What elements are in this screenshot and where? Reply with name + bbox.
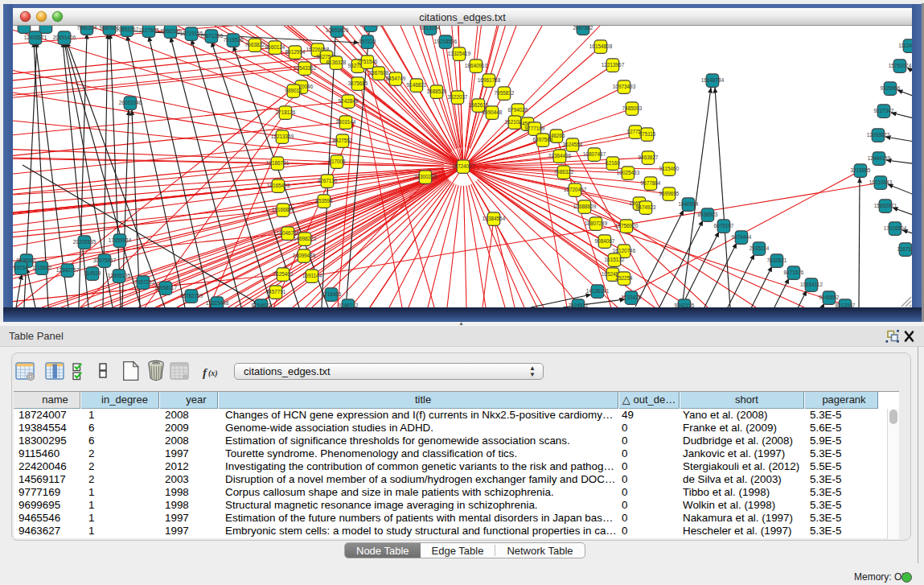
svg-text:19166827: 19166827 [272,207,295,212]
svg-text:16120746: 16120746 [613,248,636,253]
svg-text:2803144: 2803144 [336,119,356,125]
svg-text:114519: 114519 [84,270,101,276]
svg-text:15692971: 15692971 [874,203,897,208]
svg-text:989012: 989012 [285,88,302,93]
svg-text:17957253: 17957253 [132,279,155,285]
svg-text:9245652: 9245652 [819,295,840,300]
svg-text:39154: 39154 [14,265,28,270]
svg-text:12342757: 12342757 [56,267,80,273]
svg-text:9577864: 9577864 [641,180,661,186]
svg-text:1588520: 1588520 [427,89,447,94]
svg-text:9457791: 9457791 [266,289,286,295]
svg-text:19186731: 19186731 [266,160,290,166]
svg-text:16961758: 16961758 [478,77,501,83]
svg-text:116753: 116753 [897,246,912,252]
svg-text:9699695: 9699695 [659,191,680,196]
svg-text:7632621: 7632621 [767,257,787,263]
svg-text:3215955: 3215955 [851,167,871,173]
svg-text:(x): (x) [208,369,218,378]
svg-text:14099489: 14099489 [293,253,316,258]
svg-text:16046736: 16046736 [277,230,300,236]
svg-text:1115682: 1115682 [32,265,51,270]
svg-text:8754622: 8754622 [252,303,272,307]
svg-text:2367608: 2367608 [369,70,389,76]
svg-text:2935114: 2935114 [749,245,770,251]
svg-text:19756920: 19756920 [615,223,639,229]
svg-text:10688609: 10688609 [573,204,597,209]
svg-text:7524512: 7524512 [569,303,589,307]
svg-text:1640954: 1640954 [679,201,699,207]
svg-text:7960204: 7960204 [77,26,97,31]
svg-text:16154808: 16154808 [589,43,613,49]
svg-text:12213967: 12213967 [602,62,625,68]
svg-text:417006: 417006 [328,159,346,164]
svg-text:26053346: 26053346 [119,100,142,105]
svg-text:8471676: 8471676 [784,270,804,275]
svg-text:10853809: 10853809 [326,27,349,33]
svg-text:9474444: 9474444 [732,234,752,240]
svg-text:10973493: 10973493 [613,84,636,89]
svg-text:15751074: 15751074 [889,63,912,68]
svg-text:1562615: 1562615 [469,102,489,108]
svg-text:9242848: 9242848 [339,98,359,104]
svg-text:9777169: 9777169 [525,126,545,131]
svg-text:62160: 62160 [606,160,620,166]
svg-text:19384554: 19384554 [483,216,506,221]
svg-text:8813054: 8813054 [421,26,441,31]
svg-text:3322037: 3322037 [448,94,468,100]
svg-text:975115: 975115 [639,131,656,137]
svg-text:853594: 853594 [315,198,333,204]
svg-text:9329966: 9329966 [881,85,901,91]
svg-text:6497568: 6497568 [533,137,553,142]
svg-text:7986322: 7986322 [554,169,574,175]
svg-text:23300235: 23300235 [414,174,437,179]
svg-text:9227342: 9227342 [874,108,894,113]
svg-text:10671355: 10671355 [200,33,224,39]
svg-text:8660124: 8660124 [265,44,285,50]
svg-text:252254: 252254 [615,275,633,281]
svg-text:3624554: 3624554 [563,142,583,147]
svg-text:9463627: 9463627 [639,154,659,160]
svg-text:13325419: 13325419 [448,51,471,56]
svg-text:8454749: 8454749 [386,76,406,81]
svg-text:10853267: 10853267 [116,27,139,32]
svg-text:18724007: 18724007 [452,163,475,169]
svg-text:12405571: 12405571 [24,35,47,40]
svg-text:3267130: 3267130 [318,178,338,183]
svg-text:16033809: 16033809 [359,26,383,27]
svg-text:8990448: 8990448 [483,109,503,115]
svg-text:1527602: 1527602 [139,27,159,33]
svg-text:10025433: 10025433 [617,170,640,175]
svg-text:8427552: 8427552 [333,138,353,143]
svg-text:16648784: 16648784 [701,77,725,83]
svg-text:10958117: 10958117 [154,285,177,290]
svg-text:10543362: 10543362 [294,65,317,71]
svg-text:7485003: 7485003 [622,105,643,111]
svg-text:18807249: 18807249 [585,220,608,226]
svg-text:f: f [203,366,208,379]
svg-text:9342155: 9342155 [675,303,695,307]
svg-text:11124907: 11124907 [898,43,912,48]
svg-text:7625402: 7625402 [273,271,294,277]
svg-text:857224: 857224 [359,39,376,44]
svg-text:6679197: 6679197 [714,223,734,229]
svg-text:9084067: 9084067 [595,238,615,244]
svg-text:7663822: 7663822 [245,42,265,47]
svg-text:12093822: 12093822 [867,132,890,138]
svg-text:9115460: 9115460 [659,166,680,171]
svg-text:9146821: 9146821 [407,82,427,88]
svg-text:8136328: 8136328 [326,60,347,65]
svg-text:16782759: 16782759 [180,293,203,299]
svg-text:2718126: 2718126 [276,109,296,115]
svg-text:21364436: 21364436 [548,153,572,159]
svg-text:7515526: 7515526 [224,37,244,43]
svg-text:8312007: 8312007 [836,303,856,307]
svg-text:16210643: 16210643 [869,179,893,185]
svg-text:1615132: 1615132 [605,257,625,262]
svg-text:10654112: 10654112 [800,282,823,287]
svg-text:14136141: 14136141 [586,288,610,294]
svg-text:8938923: 8938923 [698,212,718,217]
svg-text:9246712: 9246712 [339,303,359,307]
svg-text:20206535: 20206535 [73,239,97,245]
svg-text:18640910: 18640910 [465,63,488,68]
